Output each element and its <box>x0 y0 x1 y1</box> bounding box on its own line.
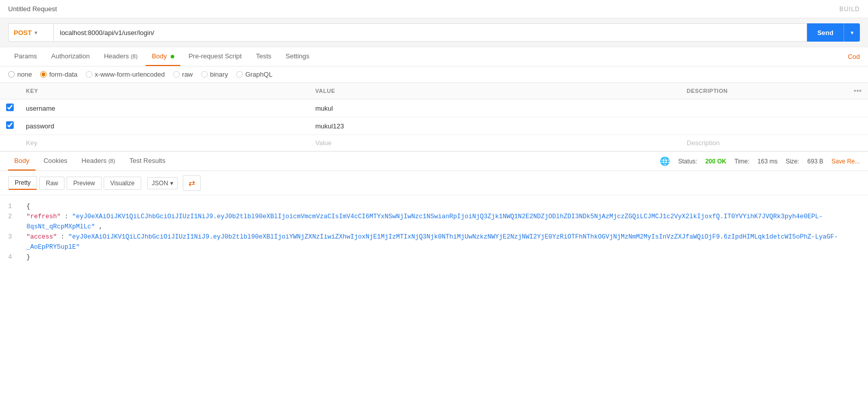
radio-form-data-icon <box>40 71 47 78</box>
headers-badge: (8) <box>131 53 137 59</box>
row2-checkbox[interactable] <box>6 121 14 129</box>
row2-value[interactable]: mukul123 <box>309 117 681 135</box>
time-value: 163 ms <box>758 158 778 165</box>
save-response-button[interactable]: Save Re... <box>831 158 860 165</box>
url-input[interactable] <box>54 23 807 42</box>
line-num-2: 2 <box>8 212 18 232</box>
format-selector[interactable]: JSON ▾ <box>147 177 178 189</box>
more-icon[interactable]: ••• <box>854 87 862 95</box>
row1-value[interactable]: mukul <box>309 99 681 117</box>
method-label: POST <box>14 29 31 37</box>
code-link-area: Cod <box>848 53 860 60</box>
top-bar: Untitled Request BUILD <box>0 0 868 18</box>
request-tabs: Params Authorization Headers (8) Body Pr… <box>0 47 868 66</box>
method-arrow-icon: ▾ <box>35 30 37 36</box>
row2-key[interactable]: password <box>20 117 309 135</box>
row1-key[interactable]: username <box>20 99 309 117</box>
json-line-3: 3 "access" : "eyJ0eXAiOiJKV1QiLCJhbGciOi… <box>8 232 860 252</box>
resp-tab-test-results[interactable]: Test Results <box>123 152 172 171</box>
body-type-none[interactable]: none <box>8 71 32 78</box>
view-preview-button[interactable]: Preview <box>67 177 102 190</box>
tab-pre-request-script[interactable]: Pre-request Script <box>182 47 248 66</box>
radio-urlencoded-icon <box>86 71 92 78</box>
send-dropdown-icon[interactable]: ▾ <box>844 23 860 42</box>
placeholder-description[interactable]: Description <box>681 135 848 151</box>
json-key-refresh: "refresh" <box>26 213 61 220</box>
globe-icon: 🌐 <box>660 156 670 166</box>
view-raw-button[interactable]: Raw <box>39 177 65 190</box>
response-status-bar: 🌐 Status: 200 OK Time: 163 ms Size: 693 … <box>660 156 860 166</box>
status-value: 200 OK <box>705 158 726 165</box>
body-type-bar: none form-data x-www-form-urlencoded raw… <box>0 66 868 83</box>
resp-tab-body[interactable]: Body <box>8 152 36 171</box>
body-type-raw[interactable]: raw <box>173 71 193 78</box>
tab-authorization[interactable]: Authorization <box>45 47 96 66</box>
radio-none-icon <box>8 71 15 78</box>
code-link[interactable]: Cod <box>848 53 860 60</box>
response-tabs-bar: Body Cookies Headers (8) Test Results 🌐 … <box>0 152 868 171</box>
line-num-3: 3 <box>8 232 18 252</box>
json-close-brace: } <box>26 252 30 262</box>
send-button-group: Send ▾ <box>807 23 860 42</box>
radio-graphql-icon <box>236 71 243 78</box>
resp-tab-headers[interactable]: Headers (8) <box>76 152 121 171</box>
placeholder-key[interactable]: Key <box>20 135 309 151</box>
table-row: password mukul123 <box>0 117 868 135</box>
json-open-brace: { <box>26 201 30 212</box>
response-section: Body Cookies Headers (8) Test Results 🌐 … <box>0 151 868 268</box>
json-val-access: "eyJ0eXAiOiJKV1QiLCJhbGciOiJIUzI1NiJ9.ey… <box>26 233 838 251</box>
table-row: username mukul <box>0 99 868 117</box>
json-viewer: 1 { 2 "refresh" : "eyJ0eXAiOiJKV1QiLCJhb… <box>0 195 868 268</box>
url-bar: POST ▾ Send ▾ <box>0 18 868 47</box>
body-dot-icon <box>171 55 174 58</box>
table-header-more: ••• <box>848 83 868 99</box>
row2-description[interactable] <box>681 117 848 135</box>
request-title: Untitled Request <box>8 5 57 13</box>
json-line-4: 4 } <box>8 252 860 262</box>
json-val-refresh: "eyJ0eXAiOiJKV1QiLCJhbGciOiJIUzI1NiJ9.ey… <box>26 213 823 230</box>
radio-raw-icon <box>173 71 180 78</box>
json-line-1: 1 { <box>8 201 860 212</box>
table-header-value: VALUE <box>309 83 681 99</box>
table-header-key: KEY <box>20 83 309 99</box>
resp-headers-badge: (8) <box>108 158 115 164</box>
body-type-urlencoded[interactable]: x-www-form-urlencoded <box>86 71 165 78</box>
format-value: JSON <box>152 180 168 187</box>
tab-body[interactable]: Body <box>146 47 180 66</box>
send-button[interactable]: Send <box>807 23 844 42</box>
json-key-access: "access" <box>26 233 57 241</box>
body-type-form-data[interactable]: form-data <box>40 71 78 78</box>
tab-settings[interactable]: Settings <box>279 47 315 66</box>
view-pretty-button[interactable]: Pretty <box>8 176 37 190</box>
resp-tab-cookies[interactable]: Cookies <box>38 152 74 171</box>
wrap-button[interactable]: ⇄ <box>183 175 201 191</box>
radio-binary-icon <box>201 71 208 78</box>
tab-tests[interactable]: Tests <box>250 47 277 66</box>
format-arrow-icon: ▾ <box>170 180 173 187</box>
body-type-binary[interactable]: binary <box>201 71 228 78</box>
method-selector[interactable]: POST ▾ <box>8 23 54 42</box>
table-row-placeholder: Key Value Description <box>0 135 868 151</box>
line-num-1: 1 <box>8 201 18 212</box>
placeholder-value[interactable]: Value <box>309 135 681 151</box>
table-header-check <box>0 83 20 99</box>
response-body-controls: Pretty Raw Preview Visualize JSON ▾ ⇄ <box>0 171 868 195</box>
status-label: Status: <box>678 158 697 165</box>
json-line-2: 2 "refresh" : "eyJ0eXAiOiJKV1QiLCJhbGciO… <box>8 212 860 232</box>
tab-params[interactable]: Params <box>8 47 43 66</box>
line-num-4: 4 <box>8 252 18 262</box>
body-type-graphql[interactable]: GraphQL <box>236 71 272 78</box>
form-data-table: KEY VALUE DESCRIPTION ••• username mukul… <box>0 83 868 151</box>
view-visualize-button[interactable]: Visualize <box>104 177 141 190</box>
row1-checkbox[interactable] <box>6 104 14 111</box>
row1-description[interactable] <box>681 99 848 117</box>
time-label: Time: <box>734 158 750 165</box>
size-value: 693 B <box>808 158 823 165</box>
size-label: Size: <box>786 158 799 165</box>
build-label: BUILD <box>840 6 860 13</box>
table-header-description: DESCRIPTION <box>681 83 848 99</box>
tab-headers[interactable]: Headers (8) <box>98 47 144 66</box>
